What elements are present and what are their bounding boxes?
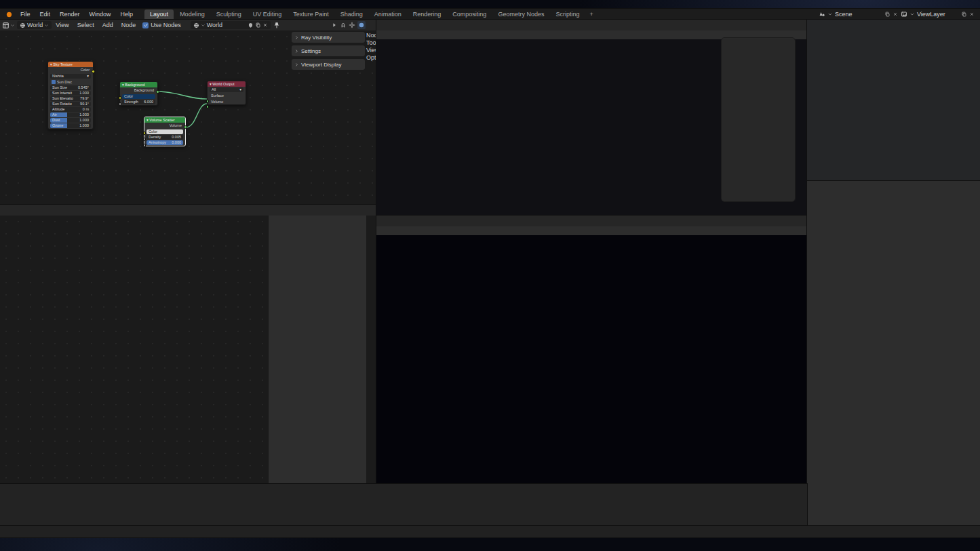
scatter-color-field[interactable]: Color	[146, 129, 183, 134]
sidebar-panel-ray-visibility[interactable]: Ray Visibility	[292, 32, 365, 43]
background-color-field[interactable]: Color	[122, 94, 155, 99]
sidebar-tab-tool[interactable]: Tool	[366, 39, 376, 46]
close-icon[interactable]	[969, 12, 975, 17]
sky-field-0[interactable]: Sun Size0.545°	[50, 85, 91, 90]
sun-disc-checkbox[interactable]: Sun Disc	[48, 79, 93, 85]
topbar-menu-help[interactable]: Help	[116, 9, 138, 20]
topbar-right: SceneViewLayer	[819, 11, 980, 18]
scene-selector[interactable]: Scene	[819, 11, 898, 18]
header-magnet-icon[interactable]	[340, 22, 347, 28]
shader-menu-view[interactable]: View	[52, 22, 73, 28]
node-socket[interactable]	[143, 144, 146, 147]
fake-user-icon[interactable]	[248, 22, 254, 28]
viewport-top-header	[376, 20, 807, 30]
add-workspace-button[interactable]: +	[585, 9, 597, 20]
viewport-bottom-gizmos[interactable]	[770, 237, 807, 332]
sky-texture-node[interactable]: ▾ Sky TextureColorNishita▾Sun DiscSun Si…	[47, 61, 94, 129]
world-output-node[interactable]: ▾ World OutputAll▾SurfaceVolume	[207, 81, 246, 105]
world-datablock[interactable]: World	[191, 21, 271, 29]
topbar-menu-render[interactable]: Render	[55, 9, 85, 20]
chevron-down-icon	[827, 12, 833, 17]
node-socket[interactable]	[156, 90, 159, 94]
workspace-tab-modeling[interactable]: Modeling	[174, 9, 210, 20]
background-node[interactable]: ▾ BackgroundBackgroundColorStrength6.000	[119, 81, 158, 106]
node-socket[interactable]	[184, 125, 187, 129]
sky-slider-2[interactable]: Ozone1.000	[50, 123, 91, 128]
topbar-menu-edit[interactable]: Edit	[35, 9, 56, 20]
sky-type-dropdown[interactable]: Nishita▾	[50, 74, 91, 79]
workspace-tab-sculpting[interactable]: Sculpting	[211, 9, 247, 20]
viewport-top-gizmos[interactable]	[695, 40, 736, 142]
shader-editor-header: WorldViewSelectAddNodeUse NodesWorld	[0, 20, 376, 30]
sky-field-1[interactable]: Sun Intensit1.000	[50, 91, 91, 96]
shader-type-selector[interactable]: World	[17, 21, 52, 29]
workspace-tab-layout[interactable]: Layout	[144, 9, 174, 20]
viewport-bottom-canvas[interactable]	[376, 235, 807, 484]
desktop: FileEditRenderWindowHelpLayoutModelingSc…	[0, 0, 980, 551]
node-socket[interactable]	[119, 102, 122, 106]
sky-slider-0[interactable]: Air1.000	[50, 113, 91, 117]
workspace-tab-compositing[interactable]: Compositing	[447, 9, 492, 20]
background-strength-field[interactable]: Strength6.000	[122, 100, 155, 104]
shader-menu-add[interactable]: Add	[98, 22, 117, 28]
copy-icon[interactable]	[961, 12, 967, 18]
world-output-volume: Volume	[208, 99, 246, 105]
scatter-density-field[interactable]: Density0.005	[146, 135, 183, 140]
scatter-anisotropy-field[interactable]: Anisotropy0.000	[146, 140, 183, 145]
volume-scatter-node[interactable]: ▾ Volume ScatterVolumeColorDensity0.005A…	[144, 117, 186, 146]
overlay-toggle-icon[interactable]	[357, 21, 366, 29]
chevron-right-icon	[294, 49, 299, 54]
sidebar-panel-settings[interactable]: Settings	[292, 45, 365, 56]
workspace-tab-uv-editing[interactable]: UV Editing	[248, 9, 288, 20]
node-socket[interactable]	[206, 105, 210, 108]
shader-menu-node[interactable]: Node	[117, 22, 140, 28]
sky-field-3[interactable]: Sun Rotatio90.1°	[50, 102, 91, 106]
workspace-tab-rendering[interactable]: Rendering	[408, 9, 447, 20]
header-cursor3d-icon[interactable]	[349, 22, 355, 28]
sidebar-tab-options[interactable]: Options	[366, 54, 376, 61]
editor-type-button[interactable]	[2, 22, 15, 29]
volume-scatter-node-header: ▾ Volume Scatter	[144, 117, 185, 123]
view-layer-selector[interactable]: ViewLayer	[901, 11, 975, 18]
scene-name: Scene	[835, 11, 882, 18]
sidebar-tab-node[interactable]: Node	[366, 32, 376, 39]
world-datablock-name: World	[207, 22, 246, 28]
topbar-menu-window[interactable]: Window	[85, 9, 116, 20]
panel-label: Ray Visibility	[301, 35, 332, 41]
node-socket[interactable]	[143, 131, 146, 135]
sky-field-2[interactable]: Sun Elevatio79.9°	[50, 96, 91, 101]
pin-icon[interactable]	[273, 22, 280, 28]
scene-icon	[819, 11, 825, 18]
copy-icon[interactable]	[255, 22, 261, 28]
node-socket[interactable]	[92, 70, 95, 73]
workspace-tab-shading[interactable]: Shading	[335, 9, 368, 20]
workspace-tab-scripting[interactable]: Scripting	[550, 9, 585, 20]
world-output-target[interactable]: All▾	[210, 87, 243, 92]
geometry-sidebar	[268, 216, 366, 484]
topbar-menu-file[interactable]: File	[16, 9, 35, 20]
shader-menu-select[interactable]: Select	[73, 22, 98, 28]
sidebar-panel-viewport-display[interactable]: Viewport Display	[292, 59, 365, 70]
unlink-icon[interactable]	[262, 22, 268, 28]
shader-editor: WorldViewSelectAddNodeUse NodesWorld ▾ S…	[0, 20, 376, 205]
header-trir-icon[interactable]	[331, 22, 338, 28]
node-socket[interactable]	[119, 96, 122, 100]
workspace-tab-animation[interactable]: Animation	[369, 9, 407, 20]
close-icon[interactable]	[893, 12, 898, 17]
shader-node-canvas[interactable]: ▾ Sky TextureColorNishita▾Sun DiscSun Si…	[0, 30, 376, 205]
use-nodes-checkbox[interactable]: Use Nodes	[142, 22, 181, 28]
use-nodes-label: Use Nodes	[151, 22, 181, 28]
sidebar-tab-view[interactable]: View	[366, 47, 376, 54]
node-socket[interactable]	[143, 138, 146, 141]
viewport-bottom-header	[376, 216, 807, 226]
workspace-tab-texture-paint[interactable]: Texture Paint	[288, 9, 334, 20]
properties-editor	[807, 181, 980, 526]
shader-type-label: World	[27, 22, 43, 28]
sky-field-4[interactable]: Altitude0 m	[50, 107, 91, 112]
world-icon	[193, 22, 199, 28]
background-node-header: ▾ Background	[120, 82, 157, 87]
chevron-right-icon	[294, 35, 299, 40]
workspace-tab-geometry-nodes[interactable]: Geometry Nodes	[492, 9, 549, 20]
sky-slider-1[interactable]: Dust1.000	[50, 118, 91, 123]
copy-icon[interactable]	[884, 12, 890, 18]
